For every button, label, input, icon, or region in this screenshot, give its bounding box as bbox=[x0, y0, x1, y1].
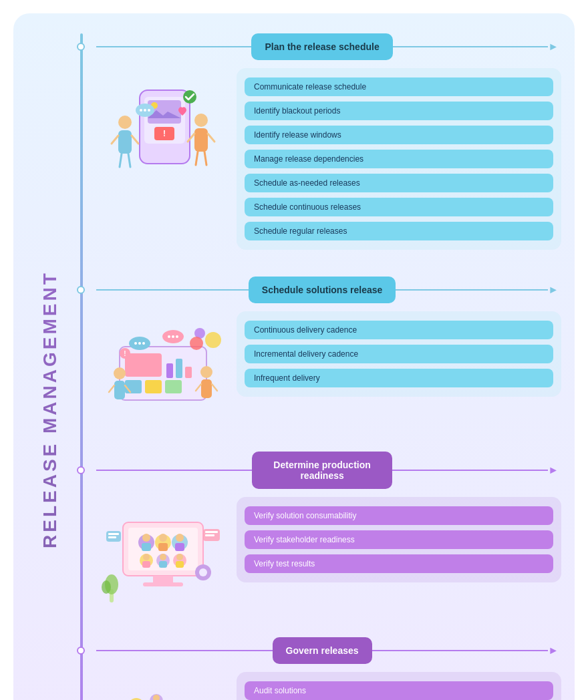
section-production-header: Determine production readiness ► bbox=[96, 452, 561, 489]
svg-rect-17 bbox=[194, 128, 208, 152]
svg-point-49 bbox=[190, 337, 203, 350]
tag-schedule-1: Incremental delivery cadence bbox=[245, 345, 553, 363]
svg-rect-27 bbox=[165, 380, 182, 393]
tags-govern: Audit solutions Develop release manageme… bbox=[230, 672, 561, 700]
tag-plan-0: Communicate release schedule bbox=[245, 77, 553, 96]
svg-point-37 bbox=[138, 342, 141, 345]
svg-rect-61 bbox=[158, 543, 168, 551]
h-line-schedule bbox=[96, 289, 249, 291]
arrow-production: ► bbox=[548, 464, 559, 476]
tags-container-schedule: Continuous delivery cadence Incremental … bbox=[237, 311, 561, 397]
svg-point-47 bbox=[205, 332, 221, 348]
section-plan: Plan the release schedule ► bbox=[96, 33, 561, 250]
svg-point-60 bbox=[159, 534, 167, 542]
tag-plan-6: Schedule regular releases bbox=[245, 222, 553, 240]
svg-rect-25 bbox=[125, 380, 142, 393]
svg-rect-78 bbox=[108, 533, 119, 535]
section-production-body: Verify solution consumabilitiy Verify st… bbox=[96, 497, 561, 610]
tag-production-2: Verify test results bbox=[245, 554, 553, 573]
tags-schedule: Continuous delivery cadence Incremental … bbox=[230, 311, 561, 397]
h-line-govern-right bbox=[372, 650, 549, 651]
svg-line-21 bbox=[204, 152, 206, 165]
svg-point-9 bbox=[148, 109, 150, 112]
svg-rect-24 bbox=[125, 353, 162, 377]
section-title-govern: Govern releases bbox=[273, 637, 372, 664]
svg-rect-55 bbox=[143, 582, 183, 586]
svg-rect-30 bbox=[185, 367, 192, 378]
svg-point-7 bbox=[140, 109, 142, 112]
svg-rect-70 bbox=[159, 561, 167, 568]
svg-text:!: ! bbox=[124, 350, 126, 357]
dot-schedule bbox=[77, 286, 85, 294]
svg-point-66 bbox=[143, 554, 150, 560]
svg-point-40 bbox=[168, 335, 170, 338]
svg-line-14 bbox=[120, 154, 122, 167]
svg-point-84 bbox=[102, 580, 111, 594]
section-plan-header: Plan the release schedule ► bbox=[96, 33, 561, 60]
svg-point-63 bbox=[176, 534, 184, 542]
section-schedule-body: ! Continuous delivery cadence Incrementa… bbox=[96, 311, 561, 425]
h-line-plan-right bbox=[393, 46, 548, 47]
section-schedule: Schedule solutions release ► bbox=[96, 277, 561, 425]
svg-point-43 bbox=[200, 366, 212, 378]
svg-rect-58 bbox=[142, 543, 151, 551]
svg-point-81 bbox=[199, 568, 207, 576]
svg-point-72 bbox=[176, 554, 183, 560]
svg-rect-26 bbox=[145, 380, 162, 393]
svg-line-13 bbox=[132, 136, 138, 144]
svg-line-33 bbox=[109, 385, 114, 392]
illustration-schedule: ! bbox=[96, 318, 230, 425]
dot-plan bbox=[77, 43, 85, 51]
svg-line-20 bbox=[196, 152, 198, 165]
tag-plan-2: Identify release windows bbox=[245, 126, 553, 144]
svg-point-10 bbox=[118, 116, 132, 129]
svg-point-69 bbox=[160, 554, 166, 560]
tag-schedule-0: Continuous delivery cadence bbox=[245, 321, 553, 339]
svg-rect-28 bbox=[166, 363, 173, 378]
h-line-govern bbox=[96, 650, 273, 651]
svg-rect-11 bbox=[118, 130, 132, 154]
section-title-production: Determine production readiness bbox=[252, 452, 392, 489]
svg-line-12 bbox=[112, 136, 118, 144]
dot-govern bbox=[77, 647, 85, 655]
svg-point-16 bbox=[194, 114, 208, 127]
arrow-govern: ► bbox=[548, 645, 559, 657]
svg-rect-44 bbox=[201, 379, 212, 398]
svg-rect-29 bbox=[176, 359, 182, 378]
tags-plan: Communicate release schedule Identify bl… bbox=[230, 68, 561, 250]
tag-govern-0: Audit solutions bbox=[245, 681, 553, 700]
h-line-production-right bbox=[392, 470, 548, 471]
sidebar-label: RELEASE MANAGEMENT bbox=[27, 33, 74, 700]
svg-point-31 bbox=[114, 367, 126, 379]
section-production: Determine production readiness ► bbox=[96, 452, 561, 610]
illustration-govern: Live # bbox=[96, 679, 230, 700]
content-area: Plan the release schedule ► bbox=[90, 33, 561, 700]
svg-line-46 bbox=[212, 384, 217, 391]
svg-text:!: ! bbox=[163, 129, 166, 138]
section-plan-body: ! bbox=[96, 68, 561, 250]
svg-rect-32 bbox=[114, 381, 125, 399]
h-line-plan bbox=[96, 46, 251, 47]
svg-rect-76 bbox=[205, 534, 214, 536]
tags-container-govern: Audit solutions Develop release manageme… bbox=[237, 672, 561, 700]
svg-point-105 bbox=[128, 698, 144, 701]
section-title-schedule: Schedule solutions release bbox=[249, 277, 396, 303]
section-title-plan: Plan the release schedule bbox=[251, 33, 392, 60]
main-container: RELEASE MANAGEMENT Plan the release sche… bbox=[13, 13, 575, 700]
svg-point-36 bbox=[134, 342, 137, 345]
svg-point-42 bbox=[176, 335, 178, 338]
vertical-timeline-line bbox=[80, 33, 83, 700]
svg-point-41 bbox=[172, 335, 174, 338]
section-govern-header: Govern releases ► bbox=[96, 637, 561, 664]
tags-container-plan: Communicate release schedule Identify bl… bbox=[237, 68, 561, 250]
tags-production: Verify solution consumabilitiy Verify st… bbox=[230, 497, 561, 582]
section-govern: Govern releases ► bbox=[96, 637, 561, 700]
h-line-schedule-right bbox=[396, 289, 548, 291]
arrow-plan: ► bbox=[548, 41, 559, 53]
section-schedule-header: Schedule solutions release ► bbox=[96, 277, 561, 303]
illustration-production bbox=[96, 504, 230, 610]
svg-rect-64 bbox=[175, 543, 184, 551]
tag-production-0: Verify solution consumabilitiy bbox=[245, 506, 553, 525]
svg-rect-75 bbox=[205, 531, 218, 533]
svg-point-57 bbox=[142, 534, 150, 542]
